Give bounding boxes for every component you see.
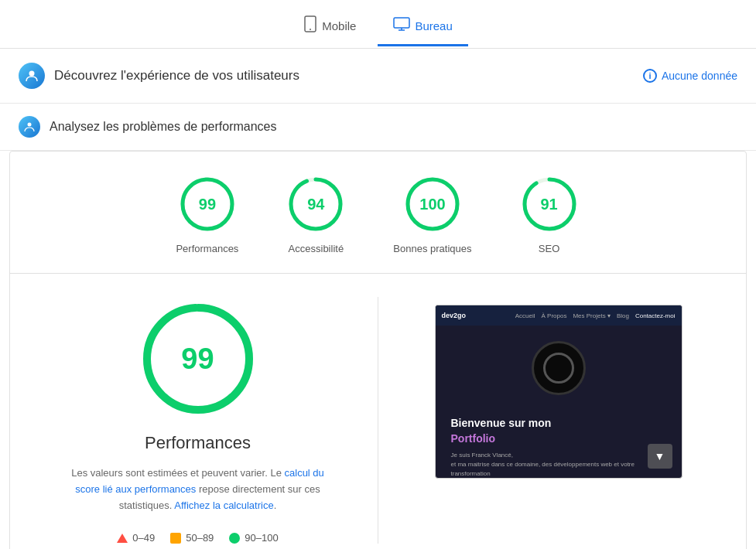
score-label-seo: SEO (539, 243, 559, 254)
no-data-button[interactable]: i Aucune donnée (643, 69, 737, 83)
site-screenshot: dev2go Accueil À Propos Mes Projets ▾ Bl… (435, 305, 682, 479)
legend-range-green: 90–100 (245, 532, 278, 544)
tab-bureau[interactable]: Bureau (378, 11, 467, 46)
score-description: Les valeurs sont estimées et peuvent var… (67, 465, 330, 513)
bottom-area: 99 Performances Les valeurs sont estimée… (10, 274, 746, 549)
right-panel: dev2go Accueil À Propos Mes Projets ▾ Bl… (402, 297, 715, 479)
site-heading: Bienvenue sur mon (451, 417, 666, 429)
tab-bureau-label: Bureau (415, 19, 452, 32)
score-circle-accessibilite: 94 (285, 173, 347, 235)
site-hero (436, 326, 682, 407)
score-value-performances: 99 (199, 196, 216, 213)
tab-bar: Mobile Bureau (0, 0, 756, 49)
tab-mobile-label: Mobile (322, 19, 356, 32)
score-circle-performances: 99 (176, 173, 238, 235)
score-value-seo: 91 (540, 196, 557, 213)
site-logo: dev2go (442, 312, 467, 319)
perf-section-title: Analysez les problèmes de performances (50, 120, 276, 134)
nav-link-contact: Contactez-moi (635, 312, 676, 319)
experience-title: Découvrez l'expérience de vos utilisateu… (54, 68, 299, 84)
svg-point-6 (28, 123, 32, 127)
mobile-icon (303, 15, 317, 36)
score-card-performances: 99 Performances (176, 173, 238, 254)
score-cards-row: 99 Performances 94 Accessibilité (10, 152, 746, 274)
score-label-accessibilite: Accessibilité (289, 243, 344, 254)
nav-link-accueil: Accueil (515, 312, 535, 319)
legend-row: 0–49 50–89 90–100 (117, 532, 278, 544)
experience-header-left: Découvrez l'expérience de vos utilisateu… (19, 63, 299, 89)
site-heading-colored: Portfolio (451, 432, 666, 445)
legend-item-red: 0–49 (117, 532, 155, 544)
score-card-bonnes-pratiques: 100 Bonnes pratiques (393, 173, 471, 254)
site-nav-links: Accueil À Propos Mes Projets ▾ Blog Cont… (515, 312, 676, 319)
score-cards-container: 99 Performances 94 Accessibilité (9, 151, 747, 549)
score-circle-bonnes-pratiques: 100 (402, 173, 464, 235)
svg-point-1 (310, 29, 311, 30)
score-link-2[interactable]: Affichez la calculatrice (174, 500, 273, 511)
perf-avatar (19, 116, 40, 138)
site-circle-inner (543, 353, 574, 384)
score-card-accessibilite: 94 Accessibilité (285, 173, 347, 254)
legend-item-green: 90–100 (229, 532, 278, 544)
site-desc: Je suis Franck Vlancé,et ma maitrise dan… (451, 451, 666, 479)
large-score-title: Performances (145, 433, 251, 453)
main-content: 99 Performances 94 Accessibilité (0, 151, 756, 549)
legend-range-red: 0–49 (132, 532, 155, 544)
bureau-icon (393, 17, 410, 35)
svg-rect-2 (394, 18, 409, 28)
perf-section-header: Analysez les problèmes de performances (0, 104, 756, 151)
large-score-value: 99 (181, 343, 214, 376)
nav-link-blog: Blog (617, 312, 629, 319)
legend-dot-orange (170, 533, 181, 544)
score-card-seo: 91 SEO (518, 173, 580, 254)
left-panel: 99 Performances Les valeurs sont estimée… (41, 297, 354, 544)
nav-link-apropos: À Propos (542, 312, 567, 319)
large-score-circle: 99 (136, 297, 260, 421)
site-text-area: Bienvenue sur mon Portfolio Je suis Fran… (436, 407, 682, 479)
scroll-button[interactable]: ▼ (648, 444, 672, 469)
svg-point-5 (29, 71, 35, 77)
site-nav: dev2go Accueil À Propos Mes Projets ▾ Bl… (436, 305, 682, 326)
experience-section-header: Découvrez l'expérience de vos utilisateu… (0, 49, 756, 104)
score-circle-seo: 91 (518, 173, 580, 235)
tab-mobile[interactable]: Mobile (288, 9, 371, 48)
score-value-bonnes-pratiques: 100 (419, 196, 445, 213)
nav-link-projets: Mes Projets ▾ (573, 312, 610, 319)
legend-item-orange: 50–89 (170, 532, 214, 544)
site-circle (532, 341, 586, 395)
info-icon: i (643, 69, 657, 83)
experience-avatar (19, 63, 45, 89)
legend-dot-red (117, 534, 128, 543)
panel-divider (378, 297, 378, 544)
score-label-bonnes-pratiques: Bonnes pratiques (393, 243, 471, 254)
score-value-accessibilite: 94 (307, 196, 324, 213)
legend-dot-green (229, 533, 240, 544)
no-data-label: Aucune donnée (662, 70, 737, 82)
legend-range-orange: 50–89 (186, 532, 214, 544)
score-label-performances: Performances (176, 243, 238, 254)
